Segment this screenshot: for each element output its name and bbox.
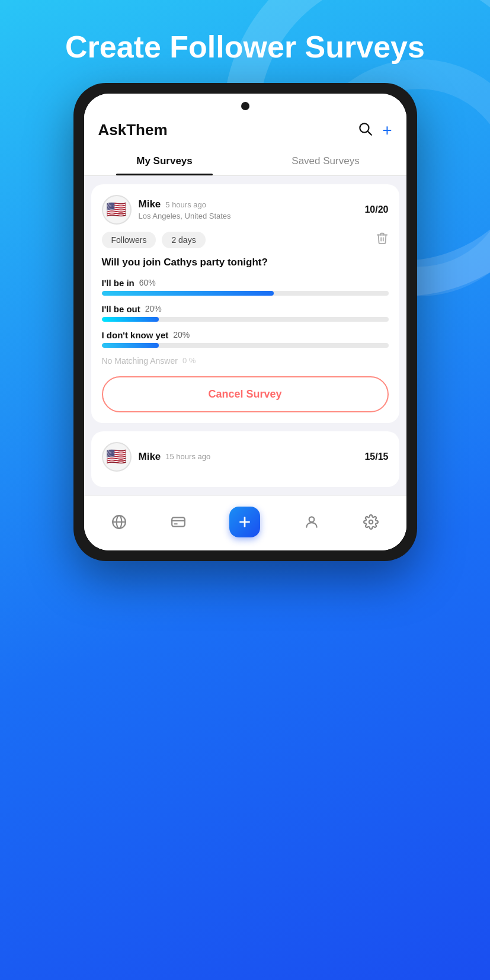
top-bar: AskThem + (84, 110, 406, 147)
globe-icon (111, 514, 127, 530)
tag-duration-1[interactable]: 2 days (162, 232, 205, 248)
settings-icon (363, 514, 379, 530)
tabs-bar: My Surveys Saved Surveys (84, 147, 406, 176)
avatar-2: 🇺🇸 (102, 442, 132, 472)
question-1: Will you join Cathys party tonight? (102, 257, 389, 268)
answer-label-row-2: I'll be out 20% (102, 304, 389, 314)
answer-label-3: I don't know yet (102, 330, 169, 340)
answer-item-1: I'll be in 60% (102, 278, 389, 296)
card-header-2: 🇺🇸 Mike 15 hours ago 15/15 (102, 442, 389, 472)
bottom-nav (84, 495, 406, 550)
user-name-2: Mike (139, 451, 161, 463)
no-match-row: No Matching Answer 0 % (102, 356, 389, 366)
hero-header: Create Follower Surveys (65, 30, 425, 65)
answer-label-row-3: I don't know yet 20% (102, 330, 389, 340)
progress-bg-3 (102, 343, 389, 348)
response-count-1: 10/20 (364, 204, 388, 215)
answer-label-2: I'll be out (102, 304, 140, 314)
plus-icon (237, 514, 252, 530)
search-button[interactable] (357, 121, 373, 140)
user-info-2: 🇺🇸 Mike 15 hours ago (102, 442, 211, 472)
user-name-1: Mike (139, 198, 161, 210)
progress-fill-3 (102, 343, 159, 348)
progress-bg-1 (102, 291, 389, 296)
add-center-icon (229, 507, 260, 537)
tab-saved-surveys[interactable]: Saved Surveys (245, 147, 406, 175)
progress-fill-2 (102, 317, 159, 322)
answer-item-3: I don't know yet 20% (102, 330, 389, 348)
top-icons: + (357, 121, 392, 140)
response-count-2: 15/15 (364, 451, 388, 462)
search-icon (357, 121, 373, 136)
nav-settings[interactable] (357, 512, 385, 532)
cancel-survey-button[interactable]: Cancel Survey (102, 376, 389, 412)
phone-screen: AskThem + My Surveys Save (84, 94, 406, 550)
answer-label-1: I'll be in (102, 278, 134, 288)
time-ago-2: 15 hours ago (165, 452, 210, 461)
svg-line-1 (368, 132, 371, 135)
nav-card[interactable] (165, 512, 192, 532)
progress-bg-2 (102, 317, 389, 322)
user-name-row-1: Mike 5 hours ago (139, 198, 231, 210)
card-icon (171, 514, 186, 530)
no-match-pct: 0 % (182, 356, 196, 365)
user-details-1: Mike 5 hours ago Los Angeles, United Sta… (139, 198, 231, 220)
tag-audience-1[interactable]: Followers (102, 232, 156, 248)
hero-title: Create Follower Surveys (65, 30, 425, 65)
nav-profile[interactable] (298, 512, 325, 532)
nav-globe[interactable] (105, 512, 133, 532)
answer-label-row-1: I'll be in 60% (102, 278, 389, 288)
card-header-1: 🇺🇸 Mike 5 hours ago Los Angeles, United … (102, 195, 389, 225)
survey-card-2: 🇺🇸 Mike 15 hours ago 15/15 (91, 431, 399, 487)
add-button[interactable]: + (382, 121, 392, 140)
no-match-label: No Matching Answer (102, 356, 178, 366)
front-camera (241, 102, 249, 110)
avatar-1: 🇺🇸 (102, 195, 132, 225)
answer-pct-3: 20% (173, 330, 190, 340)
answer-pct-1: 60% (139, 278, 156, 287)
tab-my-surveys[interactable]: My Surveys (84, 147, 245, 175)
delete-button-1[interactable] (376, 232, 389, 248)
phone-frame: AskThem + My Surveys Save (73, 83, 417, 561)
time-ago-1: 5 hours ago (165, 200, 206, 209)
answer-pct-2: 20% (145, 304, 162, 313)
user-info-1: 🇺🇸 Mike 5 hours ago Los Angeles, United … (102, 195, 231, 225)
tags-row-1: Followers 2 days (102, 232, 389, 248)
profile-icon (304, 514, 319, 530)
app-title: AskThem (98, 121, 168, 139)
svg-rect-5 (172, 517, 185, 526)
scroll-area[interactable]: 🇺🇸 Mike 5 hours ago Los Angeles, United … (84, 176, 406, 495)
user-name-row-2: Mike 15 hours ago (139, 451, 211, 463)
nav-add-center[interactable] (223, 504, 266, 540)
survey-card-1: 🇺🇸 Mike 5 hours ago Los Angeles, United … (91, 184, 399, 423)
trash-icon (376, 232, 389, 245)
svg-point-10 (309, 517, 315, 522)
user-location-1: Los Angeles, United States (139, 212, 231, 220)
answer-item-2: I'll be out 20% (102, 304, 389, 322)
app-content: AskThem + My Surveys Save (84, 110, 406, 550)
svg-point-11 (369, 520, 373, 524)
user-details-2: Mike 15 hours ago (139, 451, 211, 463)
phone-notch (84, 94, 406, 110)
progress-fill-1 (102, 291, 274, 296)
